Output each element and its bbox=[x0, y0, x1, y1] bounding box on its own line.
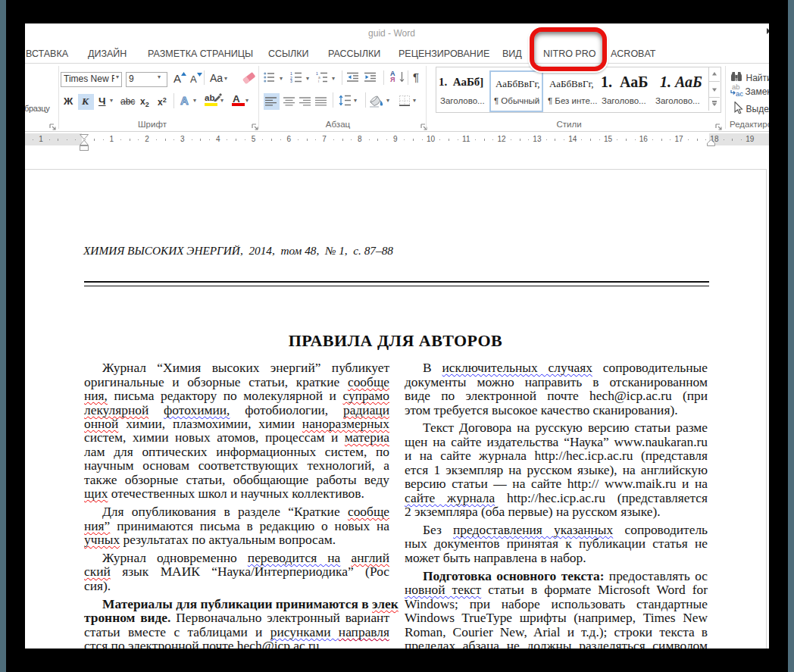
svg-text:ac: ac bbox=[736, 89, 743, 97]
svg-text:3: 3 bbox=[290, 79, 292, 83]
svg-text:i: i bbox=[318, 79, 319, 83]
